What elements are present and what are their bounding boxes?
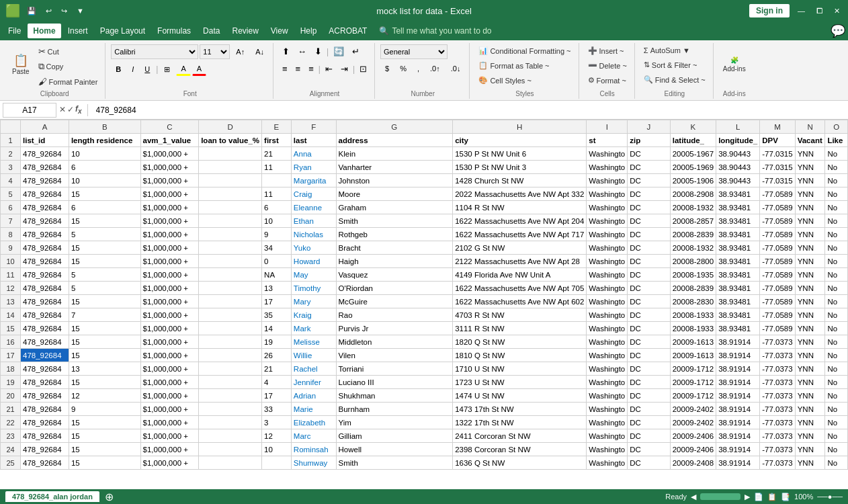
cell-B21[interactable]: 9 — [69, 403, 140, 416]
cell-J17[interactable]: DC — [628, 349, 670, 362]
cell-A11[interactable]: 478_92684 — [21, 268, 69, 282]
cell-N21[interactable]: YNN — [795, 403, 825, 416]
cell-G4[interactable]: Johnston — [336, 174, 453, 187]
orientation-btn[interactable]: 🔄 — [330, 44, 347, 58]
cell-E22[interactable]: 3 — [262, 416, 292, 429]
cell-J10[interactable]: DC — [628, 255, 670, 268]
cell-I15[interactable]: Washingto — [587, 322, 628, 335]
cell-F16[interactable]: Melisse — [291, 335, 336, 349]
col-header-H[interactable]: H — [453, 120, 587, 134]
number-format-select[interactable]: General — [380, 44, 448, 59]
cell-B22[interactable]: 15 — [69, 416, 140, 429]
cell-D25[interactable] — [199, 456, 262, 470]
cell-A1[interactable]: list_id — [21, 134, 69, 147]
cell-N16[interactable]: YNN — [795, 335, 825, 349]
col-header-K[interactable]: K — [670, 120, 716, 134]
cell-G22[interactable]: Yim — [336, 416, 453, 429]
cell-C17[interactable]: $1,000,000 + — [140, 349, 199, 362]
cell-L2[interactable]: 38.90443 — [716, 147, 760, 161]
cell-E7[interactable]: 10 — [262, 214, 292, 228]
cell-N5[interactable]: YNN — [795, 187, 825, 201]
cell-N13[interactable]: YNN — [795, 295, 825, 308]
cell-A18[interactable]: 478_92684 — [21, 362, 69, 376]
cell-H5[interactable]: 2022 Massachusetts Ave NW Apt 332 — [453, 187, 587, 201]
cell-B12[interactable]: 5 — [69, 282, 140, 295]
col-header-C[interactable]: C — [140, 120, 199, 134]
close-btn[interactable]: ✕ — [831, 5, 843, 17]
cell-H9[interactable]: 2102 G St NW — [453, 241, 587, 255]
view-page-btn[interactable]: 📑 — [781, 493, 790, 501]
cell-G15[interactable]: Purvis Jr — [336, 322, 453, 335]
wrap-text-btn[interactable]: ↵ — [349, 44, 363, 58]
cell-G6[interactable]: Graham — [336, 201, 453, 214]
cell-M2[interactable]: -77.0315 — [760, 147, 795, 161]
cell-M9[interactable]: -77.0589 — [760, 241, 795, 255]
cell-H2[interactable]: 1530 P St NW Unit 6 — [453, 147, 587, 161]
decrease-decimal-btn[interactable]: .0↓ — [446, 62, 466, 75]
cell-A13[interactable]: 478_92684 — [21, 295, 69, 308]
cell-A12[interactable]: 478_92684 — [21, 282, 69, 295]
cell-L1[interactable]: longitude_ — [716, 134, 760, 147]
cell-L5[interactable]: 38.93481 — [716, 187, 760, 201]
cell-A19[interactable]: 478_92684 — [21, 376, 69, 389]
align-middle-btn[interactable]: ↔ — [294, 44, 310, 58]
cell-A24[interactable]: 478_92684 — [21, 443, 69, 456]
cell-C15[interactable]: $1,000,000 + — [140, 322, 199, 335]
cell-G11[interactable]: Vasquez — [336, 268, 453, 282]
cell-O3[interactable]: No — [825, 161, 848, 174]
cell-N18[interactable]: YNN — [795, 362, 825, 376]
cell-J4[interactable]: DC — [628, 174, 670, 187]
cell-E21[interactable]: 33 — [262, 403, 292, 416]
cell-G3[interactable]: Vanharter — [336, 161, 453, 174]
cell-K4[interactable]: 20005-1906 — [670, 174, 716, 187]
cell-E3[interactable]: 11 — [262, 161, 292, 174]
cell-J23[interactable]: DC — [628, 429, 670, 443]
cancel-formula-btn[interactable]: ✕ — [59, 105, 66, 114]
cell-E5[interactable]: 11 — [262, 187, 292, 201]
menu-help[interactable]: Help — [295, 24, 323, 38]
cell-G7[interactable]: Smith — [336, 214, 453, 228]
cell-M15[interactable]: -77.0589 — [760, 322, 795, 335]
cell-C6[interactable]: $1,000,000 + — [140, 201, 199, 214]
cell-B1[interactable]: length residence — [69, 134, 140, 147]
menu-data[interactable]: Data — [198, 24, 225, 38]
col-header-N[interactable]: N — [795, 120, 825, 134]
cell-J6[interactable]: DC — [628, 201, 670, 214]
cell-G13[interactable]: McGuire — [336, 295, 453, 308]
cell-J5[interactable]: DC — [628, 187, 670, 201]
cell-A25[interactable]: 478_92684 — [21, 456, 69, 470]
cell-B8[interactable]: 5 — [69, 228, 140, 241]
cell-L18[interactable]: 38.91914 — [716, 362, 760, 376]
cell-L17[interactable]: 38.91914 — [716, 349, 760, 362]
cell-I7[interactable]: Washingto — [587, 214, 628, 228]
cell-O20[interactable]: No — [825, 389, 848, 403]
cell-D2[interactable] — [199, 147, 262, 161]
minimize-btn[interactable]: — — [795, 5, 808, 16]
cell-K24[interactable]: 20009-2406 — [670, 443, 716, 456]
cell-O24[interactable]: No — [825, 443, 848, 456]
cell-A9[interactable]: 478_92684 — [21, 241, 69, 255]
cell-F13[interactable]: Mary — [291, 295, 336, 308]
cell-L4[interactable]: 38.90443 — [716, 174, 760, 187]
font-color-button[interactable]: A — [192, 62, 206, 76]
cell-G20[interactable]: Shukhman — [336, 389, 453, 403]
cell-F11[interactable]: May — [291, 268, 336, 282]
cell-C16[interactable]: $1,000,000 + — [140, 335, 199, 349]
cell-N11[interactable]: YNN — [795, 268, 825, 282]
cell-E16[interactable]: 19 — [262, 335, 292, 349]
cell-H21[interactable]: 1473 17th St NW — [453, 403, 587, 416]
cell-M16[interactable]: -77.0373 — [760, 335, 795, 349]
cell-M1[interactable]: DPV — [760, 134, 795, 147]
cell-K9[interactable]: 20008-1932 — [670, 241, 716, 255]
cell-N23[interactable]: YNN — [795, 429, 825, 443]
cell-C24[interactable]: $1,000,000 + — [140, 443, 199, 456]
cell-K21[interactable]: 20009-2402 — [670, 403, 716, 416]
cell-A21[interactable]: 478_92684 — [21, 403, 69, 416]
cell-K10[interactable]: 20008-2800 — [670, 255, 716, 268]
cell-K7[interactable]: 20008-2857 — [670, 214, 716, 228]
align-right-btn[interactable]: ≡ — [305, 62, 317, 76]
cell-E15[interactable]: 14 — [262, 322, 292, 335]
cell-N3[interactable]: YNN — [795, 161, 825, 174]
cell-K19[interactable]: 20009-1712 — [670, 376, 716, 389]
cell-O22[interactable]: No — [825, 416, 848, 429]
